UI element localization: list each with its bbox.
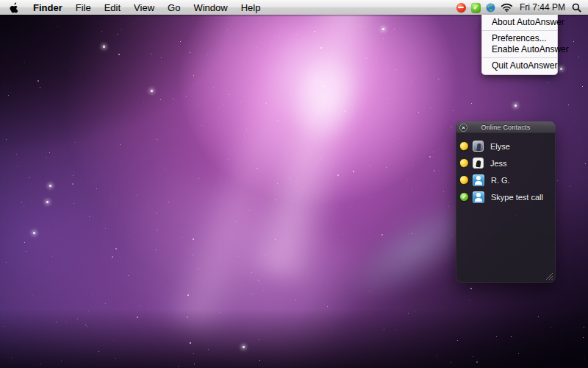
panel-title: Online Contacts [481, 124, 530, 131]
status-away-icon [459, 158, 469, 168]
apple-logo-icon [10, 2, 19, 13]
contact-name: Skype test call [491, 193, 543, 202]
aurora-glow [279, 44, 371, 155]
menu-item-enable-autoanswer[interactable]: Enable AutoAnswer [482, 44, 557, 55]
contact-row-elyse[interactable]: Elyse [459, 138, 556, 155]
menu-separator [482, 57, 557, 58]
menu-file[interactable]: File [69, 0, 98, 15]
menu-window[interactable]: Window [187, 0, 234, 15]
menu-extras: ✓ [456, 0, 588, 15]
contact-row-jess[interactable]: Jess [459, 155, 556, 171]
menu-item-preferences[interactable]: Preferences... [482, 33, 557, 44]
menu-bar-clock[interactable]: Fri 7:44 PM [518, 2, 567, 13]
autoanswer-menu-extra[interactable] [456, 0, 466, 15]
aurora-beam [237, 0, 399, 285]
menu-view[interactable]: View [127, 0, 161, 15]
autoanswer-dropdown-menu: About AutoAnswer Preferences... Enable A… [481, 15, 558, 75]
menu-edit[interactable]: Edit [98, 0, 127, 15]
menu-item-quit-autoanswer[interactable]: Quit AutoAnswer [482, 60, 557, 71]
wifi-icon [501, 3, 513, 12]
wifi-menu-extra[interactable] [501, 0, 513, 15]
contacts-list: Elyse Jess R. G. ✓ Skype test call [456, 133, 556, 205]
contact-row-skype-test-call[interactable]: ✓ Skype test call [459, 188, 556, 205]
menu-go[interactable]: Go [161, 0, 187, 15]
skype-menu-extra[interactable]: ✓ [471, 0, 481, 15]
avatar [473, 158, 484, 169]
desktop: Finder File Edit View Go Window Help ✓ [0, 0, 588, 368]
menu-bar: Finder File Edit View Go Window Help ✓ [0, 0, 588, 15]
globe-icon [486, 3, 495, 13]
resize-grip[interactable] [545, 272, 553, 280]
avatar [473, 191, 484, 203]
menu-separator [482, 30, 557, 31]
contact-row-rg[interactable]: R. G. [459, 171, 556, 188]
aurora-fan [72, 154, 369, 368]
avatar [473, 141, 484, 152]
menu-help[interactable]: Help [234, 0, 268, 15]
menu-item-about-autoanswer[interactable]: About AutoAnswer [482, 17, 557, 28]
close-icon[interactable]: × [459, 124, 467, 132]
status-away-icon [459, 141, 469, 151]
status-away-icon [459, 175, 469, 185]
skype-online-check-icon: ✓ [471, 3, 481, 13]
contact-name: R. G. [491, 176, 510, 185]
contact-name: Jess [490, 159, 507, 168]
avatar [473, 174, 484, 186]
aurora-beam [162, 21, 334, 339]
spotlight-menu-extra[interactable] [572, 0, 581, 15]
status-online-icon: ✓ [460, 193, 468, 201]
panel-titlebar[interactable]: × Online Contacts [456, 121, 556, 133]
menu-finder[interactable]: Finder [26, 0, 69, 15]
apple-menu[interactable] [0, 0, 26, 15]
globe-menu-extra[interactable] [486, 0, 495, 15]
autoanswer-disabled-icon [456, 3, 466, 13]
online-contacts-panel: × Online Contacts Elyse Jess R. G. ✓ [456, 121, 556, 283]
contact-name: Elyse [490, 142, 510, 151]
spotlight-search-icon [572, 3, 581, 13]
